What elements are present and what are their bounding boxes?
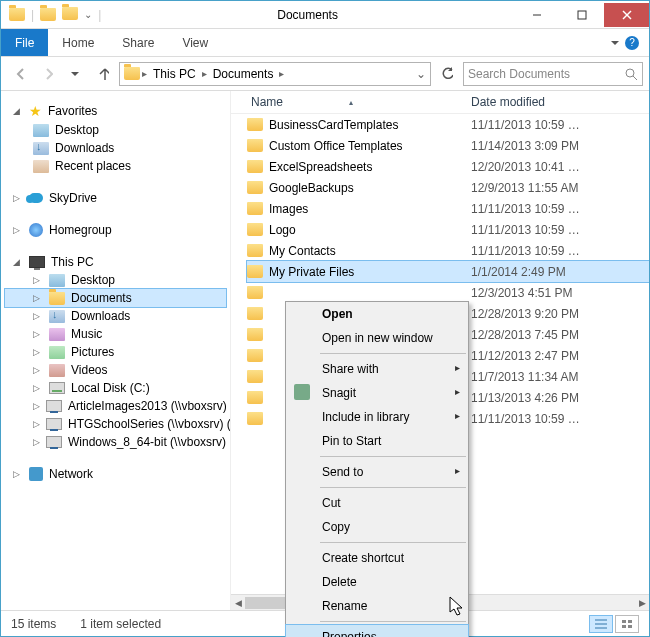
nav-this-pc[interactable]: ◢This PC — [5, 253, 226, 271]
expand-ribbon-icon[interactable] — [611, 41, 619, 45]
tab-view[interactable]: View — [168, 29, 222, 56]
address-bar-row: ▸ This PC ▸ Documents ▸ ⌄ Search Documen… — [1, 57, 649, 91]
file-name: Logo — [269, 223, 296, 237]
address-dropdown-icon[interactable]: ⌄ — [416, 67, 426, 81]
svg-rect-12 — [628, 625, 632, 628]
nav-homegroup[interactable]: ▷Homegroup — [5, 221, 226, 239]
nav-desktop[interactable]: Desktop — [5, 121, 226, 139]
nav-pc-downloads[interactable]: ▷Downloads — [5, 307, 226, 325]
folder-icon — [247, 139, 263, 152]
pictures-icon — [49, 346, 65, 359]
ribbon: File Home Share View ? — [1, 29, 649, 57]
scroll-right-icon[interactable]: ▶ — [635, 595, 649, 610]
properties-icon[interactable] — [40, 8, 56, 21]
nav-downloads[interactable]: Downloads — [5, 139, 226, 157]
drive-icon — [49, 382, 65, 394]
nav-network[interactable]: ▷Network — [5, 465, 226, 483]
computer-icon — [29, 256, 45, 268]
menu-item-copy[interactable]: Copy — [286, 515, 468, 539]
close-button[interactable] — [604, 3, 649, 27]
nav-favorites[interactable]: ◢★Favorites — [5, 101, 226, 121]
nav-pc-music[interactable]: ▷Music — [5, 325, 226, 343]
up-button[interactable] — [91, 62, 115, 86]
nav-pc-documents[interactable]: ▷Documents — [5, 289, 226, 307]
star-icon: ★ — [29, 103, 42, 119]
folder-icon — [247, 328, 263, 341]
network-icon — [29, 467, 43, 481]
file-date: 11/7/2013 11:34 AM — [471, 370, 578, 384]
nav-pc-netdrive-e[interactable]: ▷ArticleImages2013 (\\vboxsrv) (E:) — [5, 397, 226, 415]
back-button[interactable] — [7, 62, 31, 86]
nav-pc-local-disk[interactable]: ▷Local Disk (C:) — [5, 379, 226, 397]
menu-item-cut[interactable]: Cut — [286, 491, 468, 515]
forward-button[interactable] — [35, 62, 59, 86]
file-row[interactable]: 12/3/2013 4:51 PM — [247, 282, 649, 303]
maximize-button[interactable] — [559, 3, 604, 27]
menu-item-share-with[interactable]: Share with — [286, 357, 468, 381]
menu-item-open-in-new-window[interactable]: Open in new window — [286, 326, 468, 350]
context-menu[interactable]: OpenOpen in new windowShare withSnagitIn… — [285, 301, 469, 637]
scroll-left-icon[interactable]: ◀ — [231, 595, 245, 610]
refresh-button[interactable] — [435, 62, 459, 86]
menu-separator — [320, 542, 466, 543]
folder-icon — [49, 292, 65, 305]
nav-recent-places[interactable]: Recent places — [5, 157, 226, 175]
homegroup-icon — [29, 223, 43, 237]
details-view-button[interactable] — [589, 615, 613, 633]
file-date: 11/11/2013 10:59 … — [471, 118, 580, 132]
recent-locations-button[interactable] — [63, 62, 87, 86]
file-tab[interactable]: File — [1, 29, 48, 56]
music-icon — [49, 328, 65, 341]
nav-skydrive[interactable]: ▷SkyDrive — [5, 189, 226, 207]
menu-item-include-in-library[interactable]: Include in library — [286, 405, 468, 429]
address-bar[interactable]: ▸ This PC ▸ Documents ▸ ⌄ — [119, 62, 431, 86]
file-row[interactable]: Logo11/11/2013 10:59 … — [247, 219, 649, 240]
minimize-button[interactable] — [514, 3, 559, 27]
file-row[interactable]: Images11/11/2013 10:59 … — [247, 198, 649, 219]
file-row[interactable]: ExcelSpreadsheets12/20/2013 10:41 … — [247, 156, 649, 177]
file-row[interactable]: Custom Office Templates11/14/2013 3:09 P… — [247, 135, 649, 156]
tab-share[interactable]: Share — [108, 29, 168, 56]
folder-icon — [247, 223, 263, 236]
nav-pc-netdrive-h[interactable]: ▷Windows_8_64-bit (\\vboxsrv) (H:) — [5, 433, 226, 451]
nav-pc-videos[interactable]: ▷Videos — [5, 361, 226, 379]
column-name[interactable]: Name — [251, 95, 471, 109]
menu-item-properties[interactable]: Properties — [286, 625, 468, 637]
qat-chevron-icon[interactable]: ⌄ — [84, 9, 92, 20]
menu-item-pin-to-start[interactable]: Pin to Start — [286, 429, 468, 453]
icons-view-button[interactable] — [615, 615, 639, 633]
recent-places-icon — [33, 160, 49, 173]
menu-item-snagit[interactable]: Snagit — [286, 381, 468, 405]
file-row[interactable]: BusinessCardTemplates11/11/2013 10:59 … — [247, 114, 649, 135]
app-icon — [9, 8, 25, 21]
column-headers[interactable]: Name Date modified — [231, 91, 649, 114]
network-drive-icon — [46, 436, 62, 448]
breadcrumb-this-pc[interactable]: This PC — [149, 65, 200, 83]
help-icon[interactable]: ? — [625, 36, 639, 50]
folder-icon — [247, 391, 263, 404]
breadcrumb-chevron-icon[interactable]: ▸ — [202, 68, 207, 79]
desktop-icon — [49, 274, 65, 287]
title-bar[interactable]: | ⌄ | Documents — [1, 1, 649, 29]
search-box[interactable]: Search Documents — [463, 62, 643, 86]
menu-item-send-to[interactable]: Send to — [286, 460, 468, 484]
column-date[interactable]: Date modified — [471, 95, 649, 109]
file-row[interactable]: My Private Files1/1/2014 2:49 PM — [247, 261, 649, 282]
file-row[interactable]: My Contacts11/11/2013 10:59 … — [247, 240, 649, 261]
file-row[interactable]: GoogleBackups12/9/2013 11:55 AM — [247, 177, 649, 198]
menu-item-open[interactable]: Open — [286, 302, 468, 326]
breadcrumb-chevron-icon[interactable]: ▸ — [279, 68, 284, 79]
nav-pc-pictures[interactable]: ▷Pictures — [5, 343, 226, 361]
menu-item-rename[interactable]: Rename — [286, 594, 468, 618]
breadcrumb-documents[interactable]: Documents — [209, 65, 278, 83]
menu-item-create-shortcut[interactable]: Create shortcut — [286, 546, 468, 570]
file-name: Custom Office Templates — [269, 139, 403, 153]
qat-new-folder-icon[interactable] — [62, 7, 78, 23]
nav-pc-netdrive-g[interactable]: ▷HTGSchoolSeries (\\vboxsrv) (G:) — [5, 415, 226, 433]
navigation-pane[interactable]: ◢★Favorites Desktop Downloads Recent pla… — [1, 91, 231, 610]
tab-home[interactable]: Home — [48, 29, 108, 56]
breadcrumb-chevron-icon[interactable]: ▸ — [142, 68, 147, 79]
menu-item-delete[interactable]: Delete — [286, 570, 468, 594]
folder-icon — [247, 349, 263, 362]
nav-pc-desktop[interactable]: ▷Desktop — [5, 271, 226, 289]
